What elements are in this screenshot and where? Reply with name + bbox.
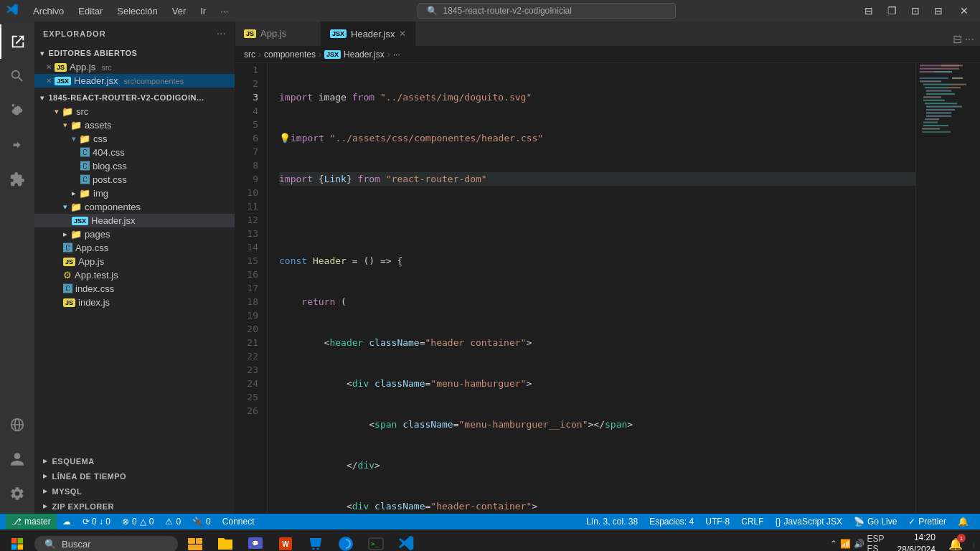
tree-404css[interactable]: 🅲 404.css — [34, 146, 235, 159]
tree-assets-folder[interactable]: ▾ 📁 assets — [34, 118, 235, 132]
status-ports[interactable]: 🔌 0 — [187, 514, 217, 529]
start-button[interactable] — [3, 529, 32, 551]
taskbar-terminal-app[interactable]: >_ — [362, 529, 390, 551]
breadcrumb-headerjsx[interactable]: JSX Header.jsx — [324, 50, 385, 60]
project-section[interactable]: ▾ 1845-REACT-ROUTER-V2-CODIGOIN... — [34, 90, 235, 105]
svg-rect-30 — [922, 131, 951, 133]
tab-headerjsx[interactable]: JSX Header.jsx ✕ — [321, 22, 415, 46]
sidebar-more-button[interactable]: ··· — [217, 27, 226, 40]
status-encoding[interactable]: UTF-8 — [699, 514, 735, 529]
svg-rect-22 — [926, 105, 962, 107]
tree-indexjs[interactable]: JS index.js — [34, 296, 235, 309]
tab-bar: JS App.js JSX Header.jsx ✕ ⊟ ··· — [235, 22, 980, 47]
search-activity-icon[interactable] — [0, 59, 34, 93]
explorer-activity-icon[interactable] — [0, 24, 34, 59]
source-control-activity-icon[interactable] — [0, 93, 34, 128]
tree-headerjsx[interactable]: JSX Header.jsx — [34, 214, 235, 227]
remote-activity-icon[interactable] — [0, 408, 34, 442]
code-editor[interactable]: import image from "../assets/img/doguito… — [268, 63, 915, 514]
taskbar-chat-app[interactable]: 💬 — [241, 529, 270, 551]
status-sync[interactable]: ⟳ 0 ↓ 0 — [77, 514, 116, 529]
tree-apptestjs[interactable]: ⚙ App.test.js — [34, 268, 235, 282]
taskbar-edge-app[interactable] — [331, 529, 360, 551]
taskbar-preview-button[interactable]: | — [970, 541, 977, 547]
maximize-button[interactable]: ❐ — [882, 4, 903, 18]
tree-src-folder[interactable]: ▾ 📁 src — [34, 105, 235, 118]
breadcrumb-more[interactable]: ··· — [393, 50, 400, 60]
status-cloud[interactable]: ☁ — [57, 514, 77, 529]
tab-layout-icon[interactable]: ⊟ — [953, 32, 962, 46]
close-button[interactable]: ✕ — [954, 4, 974, 18]
open-editors-section[interactable]: ▾ EDITORES ABIERTOS — [34, 46, 235, 60]
tray-arrow-icon[interactable]: ⌃ — [830, 539, 837, 549]
zip-label: ZIP EXPLORER — [52, 502, 114, 511]
panel-button[interactable]: ⊡ — [905, 4, 925, 18]
menu-ver[interactable]: Ver — [166, 4, 192, 18]
breadcrumb-src[interactable]: src — [244, 50, 255, 60]
status-git-branch[interactable]: ⎇ master — [6, 514, 57, 529]
extensions-activity-icon[interactable] — [0, 162, 34, 197]
status-errors[interactable]: ⊗ 0 △ 0 — [116, 514, 159, 529]
tree-img-folder[interactable]: ▸ 📁 img — [34, 187, 235, 200]
mysql-section[interactable]: ▸ MYSQL — [34, 484, 235, 499]
layout-button[interactable]: ⊟ — [928, 4, 948, 18]
taskbar-folder-app[interactable] — [211, 529, 240, 551]
tab-appjs[interactable]: JS App.js — [235, 22, 321, 46]
menu-editar[interactable]: Editar — [72, 4, 108, 18]
status-notifications[interactable]: 🔔 — [952, 514, 974, 529]
taskbar-system-tray[interactable]: ⌃ 📶 🔊 ESPES — [826, 534, 889, 551]
settings-activity-icon[interactable] — [0, 476, 34, 511]
notification-center[interactable]: 🔔 1 — [944, 529, 967, 551]
menu-ir[interactable]: Ir — [194, 4, 212, 18]
status-golive[interactable]: 📡 Go Live — [848, 514, 903, 529]
window-controls[interactable]: ⊟ ❐ ⊡ ⊟ ✕ — [859, 4, 974, 18]
menu-archivo[interactable]: Archivo — [27, 4, 70, 18]
taskbar-store-app[interactable] — [301, 529, 330, 551]
status-spaces[interactable]: Espacios: 4 — [644, 514, 699, 529]
svg-rect-14 — [952, 84, 966, 85]
tab-more-icon[interactable]: ··· — [965, 33, 974, 46]
taskbar-search[interactable]: 🔍 Buscar — [34, 536, 178, 552]
tree-pages-folder[interactable]: ▸ 📁 pages — [34, 227, 235, 241]
menu-seleccion[interactable]: Selección — [111, 4, 163, 18]
taskbar-vscode-app[interactable] — [392, 529, 420, 551]
run-activity-icon[interactable] — [0, 128, 34, 162]
menu-more[interactable]: ··· — [215, 4, 234, 18]
status-cursor[interactable]: Lín. 3, col. 38 — [580, 514, 644, 529]
svg-rect-16 — [946, 87, 961, 88]
minimize-button[interactable]: ⊟ — [859, 4, 879, 18]
tree-blogcss[interactable]: 🅲 blog.css — [34, 159, 235, 173]
status-prettier[interactable]: ✓ Prettier — [903, 514, 952, 529]
zip-section[interactable]: ▸ ZIP EXPLORER — [34, 499, 235, 514]
menu-bar[interactable]: Archivo Editar Selección Ver Ir ··· — [27, 4, 234, 18]
css-chevron-icon: ▾ — [72, 134, 76, 143]
title-search-bar[interactable]: 🔍 1845-react-router-v2-codigoInicial — [418, 3, 676, 19]
tab-headerjsx-close[interactable]: ✕ — [399, 29, 406, 39]
svg-rect-20 — [923, 100, 945, 101]
taskbar-office-app[interactable]: W — [271, 529, 300, 551]
status-connect[interactable]: Connect — [217, 514, 260, 529]
status-info[interactable]: ⚠ 0 — [159, 514, 187, 529]
tree-componentes-folder[interactable]: ▾ 📁 componentes — [34, 200, 235, 214]
taskbar-explorer-app[interactable] — [181, 529, 209, 551]
schema-section[interactable]: ▸ ESQUEMA — [34, 453, 235, 468]
tree-appcss[interactable]: 🅲 App.css — [34, 241, 235, 255]
code-line-7: <header className="header container"> — [279, 336, 915, 349]
appjs-close-icon[interactable]: ✕ — [46, 63, 52, 71]
tree-indexcss[interactable]: 🅲 index.css — [34, 282, 235, 296]
open-file-appjs[interactable]: ✕ JS App.js src — [34, 60, 235, 74]
accounts-activity-icon[interactable] — [0, 442, 34, 476]
tree-css-folder[interactable]: ▾ 📁 css — [34, 132, 235, 146]
taskbar-clock[interactable]: 14:20 28/6/2024 — [892, 532, 941, 551]
status-language[interactable]: {} JavaScript JSX — [770, 514, 848, 529]
headerjsx-close-icon[interactable]: ✕ — [46, 77, 52, 85]
tab-bar-controls[interactable]: ⊟ ··· — [953, 32, 980, 46]
open-file-headerjsx[interactable]: ✕ JSX Header.jsx src\componentes — [34, 74, 235, 88]
tree-postcss[interactable]: 🅲 post.css — [34, 173, 235, 187]
status-eol[interactable]: CRLF — [735, 514, 769, 529]
tree-appjs[interactable]: JS App.js — [34, 255, 235, 268]
ln-20: 20 — [235, 322, 261, 336]
breadcrumb-componentes[interactable]: componentes — [264, 50, 316, 60]
timeline-section[interactable]: ▸ LÍNEA DE TIEMPO — [34, 468, 235, 484]
ln-25: 25 — [235, 390, 261, 404]
